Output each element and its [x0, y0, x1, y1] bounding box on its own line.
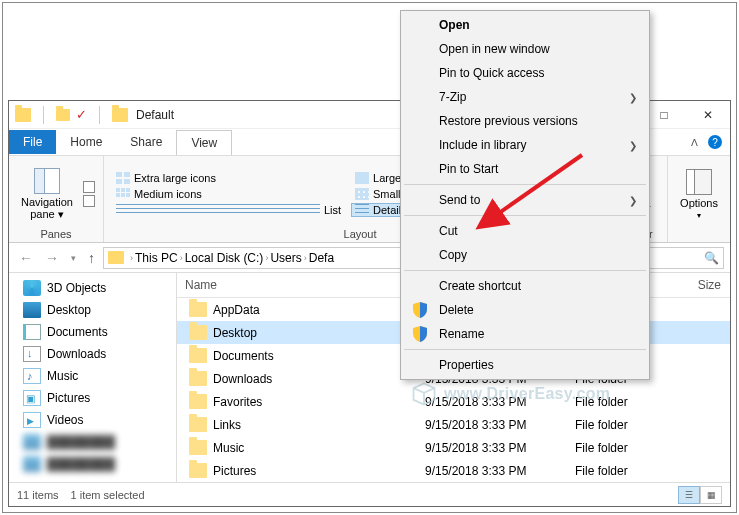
folder-icon — [189, 302, 207, 317]
desk-icon — [23, 302, 41, 318]
recent-dropdown[interactable]: ▾ — [67, 253, 80, 263]
layout-caption: Layout — [344, 228, 377, 240]
tree-3d-objects[interactable]: 3D Objects — [9, 277, 176, 299]
tree-pictures[interactable]: Pictures — [9, 387, 176, 409]
tree-music[interactable]: Music — [9, 365, 176, 387]
tree-item-hidden[interactable]: ████████ — [9, 431, 176, 453]
tree-item-hidden[interactable]: ████████ — [9, 453, 176, 475]
folder-icon — [189, 440, 207, 455]
preview-pane-icon[interactable] — [83, 181, 95, 193]
folder-icon — [189, 371, 207, 386]
tree-desktop[interactable]: Desktop — [9, 299, 176, 321]
ctx-delete[interactable]: Delete — [403, 298, 647, 322]
app-folder-icon — [112, 108, 128, 122]
col-name[interactable]: Name — [177, 273, 417, 297]
help-icon[interactable]: ? — [708, 135, 722, 149]
view-tab[interactable]: View — [176, 130, 232, 156]
share-tab[interactable]: Share — [116, 130, 176, 154]
ctx-properties[interactable]: Properties — [403, 353, 647, 377]
options-button[interactable]: Options▾ — [676, 167, 722, 222]
crumb-thispc[interactable]: This PC — [135, 251, 178, 265]
shield-icon — [413, 326, 427, 342]
nav-tree[interactable]: 3D ObjectsDesktopDocumentsDownloadsMusic… — [9, 273, 177, 482]
file-row[interactable]: Links9/15/2018 3:33 PMFile folder — [177, 413, 730, 436]
col-size[interactable]: Size — [667, 273, 730, 297]
docs-icon — [23, 324, 41, 340]
file-row[interactable]: Favorites9/15/2018 3:33 PMFile folder — [177, 390, 730, 413]
folder-icon — [189, 417, 207, 432]
pics-icon — [23, 390, 41, 406]
selection-count: 1 item selected — [71, 489, 145, 501]
file-tab[interactable]: File — [9, 130, 56, 154]
qat-checkmark-icon[interactable]: ✓ — [76, 107, 87, 122]
forward-button[interactable]: → — [41, 250, 63, 266]
tree-documents[interactable]: Documents — [9, 321, 176, 343]
view-thumbnails-icon[interactable]: ▦ — [700, 486, 722, 504]
folder-icon — [189, 325, 207, 340]
ribbon-collapse-icon[interactable]: ᐱ — [691, 137, 698, 148]
tree-downloads[interactable]: Downloads — [9, 343, 176, 365]
ctx-pin-to-start[interactable]: Pin to Start — [403, 157, 647, 181]
music-icon — [23, 368, 41, 384]
ctx-pin-quick-access[interactable]: Pin to Quick access — [403, 61, 647, 85]
ctx-copy[interactable]: Copy — [403, 243, 647, 267]
status-bar: 11 items 1 item selected ☰ ▦ — [9, 482, 730, 506]
ctx-7zip[interactable]: 7-Zip — [403, 85, 647, 109]
ctx-open[interactable]: Open — [403, 13, 647, 37]
back-button[interactable]: ← — [15, 250, 37, 266]
layout-medium[interactable]: Medium icons — [112, 187, 345, 201]
ctx-cut[interactable]: Cut — [403, 219, 647, 243]
ctx-send-to[interactable]: Send to — [403, 188, 647, 212]
ctx-open-new-window[interactable]: Open in new window — [403, 37, 647, 61]
ctx-rename[interactable]: Rename — [403, 322, 647, 346]
crumb-disk[interactable]: Local Disk (C:) — [185, 251, 264, 265]
home-tab[interactable]: Home — [56, 130, 116, 154]
layout-extralarge[interactable]: Extra large icons — [112, 171, 345, 185]
details-pane-icon[interactable] — [83, 195, 95, 207]
down-icon — [23, 346, 41, 362]
context-menu: Open Open in new window Pin to Quick acc… — [400, 10, 650, 380]
crumb-users[interactable]: Users — [270, 251, 301, 265]
ctx-create-shortcut[interactable]: Create shortcut — [403, 274, 647, 298]
layout-list[interactable]: List — [112, 203, 345, 217]
path-folder-icon — [108, 251, 124, 264]
ctx-include-in-library[interactable]: Include in library — [403, 133, 647, 157]
item-count: 11 items — [17, 489, 59, 501]
navigation-pane-button[interactable]: Navigationpane ▾ — [17, 166, 77, 222]
folder-icon — [15, 108, 31, 122]
folder-icon — [189, 348, 207, 363]
file-row[interactable]: Music9/15/2018 3:33 PMFile folder — [177, 436, 730, 459]
tree-videos[interactable]: Videos — [9, 409, 176, 431]
close-button[interactable]: ✕ — [686, 101, 730, 129]
crumb-default[interactable]: Defa — [309, 251, 334, 265]
folder-icon — [189, 394, 207, 409]
up-button[interactable]: ↑ — [84, 250, 99, 266]
window-title: Default — [136, 108, 174, 122]
options-group: Options▾ — [668, 156, 730, 242]
vids-icon — [23, 412, 41, 428]
qat-new-folder-icon[interactable] — [56, 109, 70, 121]
folder-icon — [189, 463, 207, 478]
view-details-icon[interactable]: ☰ — [678, 486, 700, 504]
shield-icon — [413, 302, 427, 318]
panes-group: Navigationpane ▾ Panes — [9, 156, 104, 242]
search-icon: 🔍 — [704, 251, 719, 265]
panes-caption: Panes — [40, 228, 71, 240]
obj3d-icon — [23, 280, 41, 296]
file-row[interactable]: Pictures9/15/2018 3:33 PMFile folder — [177, 459, 730, 482]
ctx-restore-versions[interactable]: Restore previous versions — [403, 109, 647, 133]
